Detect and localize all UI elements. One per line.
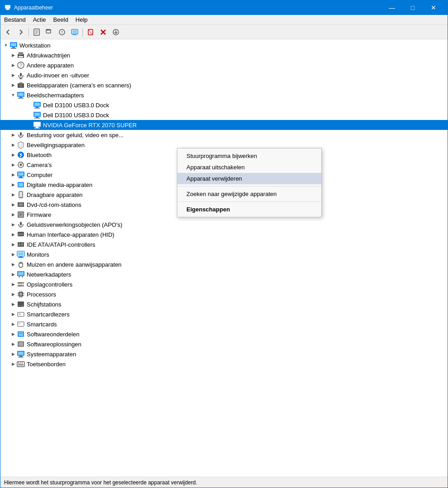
expand-processors[interactable] <box>10 291 17 298</box>
dvd-icon <box>17 201 25 209</box>
ctx-props[interactable]: Eigenschappen <box>177 204 321 215</box>
minimize-button[interactable]: — <box>381 0 402 15</box>
svg-text:?: ? <box>19 63 22 68</box>
expand-draagbare[interactable] <box>10 191 17 198</box>
menu-help[interactable]: Help <box>72 15 91 25</box>
opslag-icon <box>17 280 25 288</box>
svg-rect-99 <box>18 272 24 275</box>
tree-item-hid[interactable]: Human Interface-apparaten (HID) <box>0 230 448 239</box>
computer-button[interactable] <box>69 26 81 38</box>
tree-item-afdruk[interactable]: Afdrukwachtrijen <box>0 50 448 60</box>
tree-view[interactable]: Workstation Afdrukwachtrijen <box>0 39 448 477</box>
expand-cameras[interactable] <box>10 161 17 168</box>
ctx-scan[interactable]: Zoeken naar gewijzigde apparaten <box>177 188 321 200</box>
expand-monitors[interactable] <box>10 251 17 258</box>
hid-icon <box>17 230 25 239</box>
menu-bar: Bestand Actie Beeld Help <box>0 15 448 25</box>
expand-beeldapp[interactable] <box>10 81 17 89</box>
tree-item-audio[interactable]: Audio-invoer en -uitvoer <box>0 70 448 80</box>
warning-button[interactable] <box>85 26 96 38</box>
tree-item-softwareopl[interactable]: Softwareoplossingen <box>0 339 448 349</box>
tree-item-netwerk[interactable]: Netwerkadapters <box>0 269 448 279</box>
tree-item-beeldapp[interactable]: Beeldapparaten (camera's en scanners) <box>0 80 448 90</box>
expand-digitale[interactable] <box>10 181 17 188</box>
andere-label: Andere apparaten <box>27 62 74 69</box>
svg-rect-1 <box>6 9 9 10</box>
expand-softwareond[interactable] <box>10 330 17 338</box>
menu-actie[interactable]: Actie <box>29 15 50 25</box>
download-button[interactable] <box>110 26 122 38</box>
svg-rect-109 <box>19 293 22 296</box>
tree-item-systeem[interactable]: Systeemapparaten <box>0 349 448 359</box>
menu-bestand[interactable]: Bestand <box>0 15 29 25</box>
expand-opslag[interactable] <box>10 281 17 288</box>
expand-ide[interactable] <box>10 241 17 248</box>
tree-item-muizen[interactable]: Muizen en andere aanwijsapparaten <box>0 259 448 269</box>
tree-item-beeldscherm[interactable]: Beeldschermadapters <box>0 90 448 100</box>
tree-item-workstation[interactable]: Workstation <box>0 40 448 50</box>
tree-item-dell2[interactable]: Dell D3100 USB3.0 Dock <box>0 110 448 120</box>
expand-schijf[interactable] <box>10 301 17 308</box>
tree-item-opslag[interactable]: Opslagcontrollers <box>0 279 448 289</box>
tree-item-toetsenbord[interactable]: Toetsenborden <box>0 359 448 369</box>
audio-icon <box>17 71 25 79</box>
tree-item-nvidia[interactable]: NVIDIA GeForce RTX 2070 SUPER <box>0 120 448 130</box>
tree-item-besturing[interactable]: Besturing voor geluid, video en spe... <box>0 130 448 140</box>
netwerk-icon <box>17 270 25 278</box>
expand-netwerk[interactable] <box>10 271 17 278</box>
ide-label: IDE ATA/ATAPI-controllers <box>27 241 95 248</box>
systeem-icon <box>17 350 25 358</box>
close-button[interactable]: ✕ <box>423 0 444 15</box>
expand-firmware[interactable] <box>10 211 17 218</box>
expand-bluetooth[interactable] <box>10 151 17 158</box>
softwareopl-icon <box>17 340 25 348</box>
svg-rect-47 <box>36 107 38 108</box>
forward-button[interactable] <box>15 26 27 38</box>
properties-button[interactable] <box>31 26 43 38</box>
svg-rect-16 <box>73 34 76 35</box>
svg-point-62 <box>22 163 23 164</box>
expand-dvd[interactable] <box>10 201 17 208</box>
expand-computer[interactable] <box>10 171 17 178</box>
expand-afdruk[interactable] <box>10 52 17 59</box>
expand-besturing[interactable] <box>10 131 17 139</box>
tree-item-andere[interactable]: ? Andere apparaten <box>0 60 448 70</box>
delete-button[interactable] <box>97 26 109 38</box>
tree-item-smartcardlezers[interactable]: Smartcardlezers <box>0 309 448 319</box>
tree-item-schijf[interactable]: Schijfstations <box>0 299 448 309</box>
expand-systeem[interactable] <box>10 350 17 358</box>
expand-workstation[interactable] <box>2 42 10 49</box>
expand-andere[interactable] <box>10 62 17 69</box>
expand-softwareopl[interactable] <box>10 340 17 348</box>
nvidia-icon <box>33 121 41 129</box>
svg-rect-34 <box>20 73 22 77</box>
back-button[interactable] <box>2 26 14 38</box>
expand-beveiliging[interactable] <box>10 141 17 148</box>
expand-geluids[interactable] <box>10 221 17 228</box>
expand-beeldscherm[interactable] <box>10 91 17 99</box>
expand-hid[interactable] <box>10 231 17 238</box>
refresh-button[interactable] <box>43 26 55 38</box>
expand-audio[interactable] <box>10 72 17 79</box>
ctx-disable[interactable]: Apparaat uitschakelen <box>177 162 321 173</box>
svg-rect-27 <box>11 48 16 49</box>
tree-item-smartcards[interactable]: Smartcards <box>0 319 448 329</box>
expand-toetsenbord[interactable] <box>10 360 17 368</box>
tree-item-ide[interactable]: IDE ATA/ATAPI-controllers <box>0 239 448 249</box>
svg-rect-48 <box>34 108 40 109</box>
window-controls: — □ ✕ <box>381 0 444 15</box>
expand-muizen[interactable] <box>10 261 17 268</box>
tree-item-processors[interactable]: Processors <box>0 289 448 299</box>
menu-beeld[interactable]: Beeld <box>50 15 72 25</box>
tree-item-softwareond[interactable]: Softwareonderdelen <box>0 329 448 339</box>
expand-smartcards[interactable] <box>10 321 17 328</box>
ctx-remove[interactable]: Apparaat verwijderen <box>177 173 321 184</box>
tree-item-dell1[interactable]: Dell D3100 USB3.0 Dock <box>0 100 448 110</box>
tree-item-geluids[interactable]: Geluidsverwerkingsobjecten (APO's) <box>0 220 448 230</box>
ctx-update[interactable]: Stuurprogramma bijwerken <box>177 150 321 162</box>
expand-smartcardlezers[interactable] <box>10 311 17 318</box>
maximize-button[interactable]: □ <box>402 0 423 15</box>
tree-item-monitors[interactable]: Monitors <box>0 249 448 259</box>
help-button[interactable]: ? <box>56 26 68 38</box>
firmware-icon <box>17 211 25 219</box>
